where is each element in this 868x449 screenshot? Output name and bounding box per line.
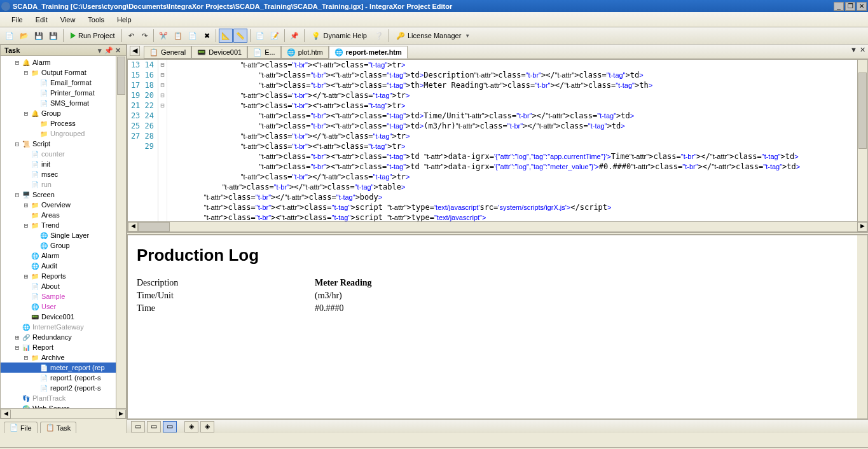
expander-icon[interactable]: ⊟ bbox=[13, 191, 21, 199]
run-project-button[interactable]: Run Project bbox=[66, 29, 119, 43]
scroll-left-button[interactable]: ◀ bbox=[128, 222, 138, 231]
tree-item-user[interactable]: 🌐User bbox=[1, 301, 126, 312]
tool-button-3[interactable]: 📄 bbox=[253, 29, 267, 43]
tree-item-email-format[interactable]: 📄Email_format bbox=[1, 78, 126, 88]
project-tree[interactable]: ⊟🔔Alarm⊟📁Output Format📄Email_format📄Prin… bbox=[0, 56, 127, 409]
code-area[interactable]: 13 14 15 16 17 18 19 20 21 22 23 24 25 2… bbox=[128, 60, 867, 221]
dynamic-help-button[interactable]: 💡 Dynamic Help bbox=[307, 29, 371, 43]
license-manager-button[interactable]: 🔑 License Manager ▼ bbox=[392, 29, 474, 43]
panel-pin-button[interactable]: 📌 bbox=[104, 46, 113, 55]
tree-horizontal-scrollbar[interactable]: ◀ ▶ bbox=[0, 409, 127, 419]
view-mode-5[interactable]: ◈ bbox=[200, 421, 214, 432]
tree-item-redundancy[interactable]: ⊞🔗Redundancy bbox=[1, 332, 126, 342]
fold-column[interactable]: ⊟ ⊟ ⊟ ⊟ ⊟ bbox=[158, 60, 167, 221]
delete-button[interactable]: ✖ bbox=[200, 29, 213, 43]
tree-item-script[interactable]: ⊟📜Script bbox=[1, 139, 126, 149]
expander-icon[interactable]: ⊟ bbox=[22, 109, 30, 118]
tree-item-run[interactable]: 📄run bbox=[1, 179, 126, 190]
tree-item-reports[interactable]: ⊞📁Reports bbox=[1, 271, 126, 281]
menu-tools[interactable]: Tools bbox=[81, 15, 111, 25]
tree-item-archive[interactable]: ⊟📁Archive bbox=[1, 352, 126, 363]
tree-item-single-layer[interactable]: 🌐Single Layer bbox=[1, 230, 126, 240]
tool-button-4[interactable]: 📝 bbox=[268, 29, 282, 43]
expander-icon[interactable]: ⊟ bbox=[22, 221, 30, 230]
doc-tab-device001[interactable]: 📟Device001 bbox=[191, 46, 247, 59]
scroll-right-button[interactable]: ▶ bbox=[116, 410, 126, 418]
close-button[interactable]: ✕ bbox=[857, 2, 867, 11]
expander-icon[interactable]: ⊟ bbox=[22, 354, 30, 362]
tree-item-process[interactable]: 📁Process bbox=[1, 118, 126, 128]
menu-help[interactable]: Help bbox=[111, 15, 138, 25]
tree-item-meter-report-rep[interactable]: 📄meter_report (rep bbox=[1, 363, 126, 373]
tool-button-5[interactable]: 📌 bbox=[287, 29, 301, 43]
tree-item-internetgateway[interactable]: 🌐InternetGateway bbox=[1, 322, 126, 332]
view-mode-2[interactable]: ▭ bbox=[147, 421, 161, 432]
expander-icon[interactable]: ⊟ bbox=[22, 69, 30, 77]
tree-item-printer-format[interactable]: 📄Printer_format bbox=[1, 88, 126, 98]
doc-tab-plot-htm[interactable]: 🌐plot.htm bbox=[281, 46, 329, 59]
tree-item-web-server[interactable]: 🌍Web Server bbox=[1, 403, 126, 409]
editor-vertical-scrollbar[interactable] bbox=[857, 60, 867, 221]
tree-item-report[interactable]: ⊟📊Report bbox=[1, 342, 126, 352]
preview-pane[interactable]: Production Log Description Meter Reading… bbox=[127, 235, 868, 419]
tabs-scroll-left[interactable]: ◀ bbox=[130, 46, 140, 56]
task-tab[interactable]: 📋 Task bbox=[40, 422, 77, 433]
view-mode-1[interactable]: ▭ bbox=[131, 421, 145, 432]
tree-item-sms-format[interactable]: 📄SMS_format bbox=[1, 98, 126, 108]
tree-item-about[interactable]: 📄About bbox=[1, 281, 126, 291]
tab-close-button[interactable]: ✕ bbox=[860, 46, 865, 54]
paste-button[interactable]: 📄 bbox=[186, 29, 200, 43]
editor-horizontal-scrollbar[interactable]: ◀ ▶ bbox=[128, 221, 867, 231]
panel-dropdown-button[interactable]: ▾ bbox=[95, 46, 104, 55]
tree-item-ungrouped[interactable]: 📁Ungrouped bbox=[1, 128, 126, 139]
expander-icon[interactable]: ⊞ bbox=[22, 272, 30, 280]
tree-item-alarm[interactable]: 🌐Alarm bbox=[1, 251, 126, 261]
tool-button-2[interactable]: 📏 bbox=[233, 29, 247, 43]
preview-scrollbar[interactable] bbox=[857, 235, 867, 418]
menu-file[interactable]: File bbox=[5, 15, 29, 25]
scroll-left-button[interactable]: ◀ bbox=[1, 410, 11, 418]
minimize-button[interactable]: _ bbox=[834, 2, 844, 11]
menu-edit[interactable]: Edit bbox=[29, 15, 54, 25]
undo-button[interactable]: ↶ bbox=[125, 29, 137, 43]
save-all-button[interactable]: 💾 bbox=[46, 29, 60, 43]
doc-tab-e-[interactable]: 📄E... bbox=[247, 46, 281, 59]
expander-icon[interactable]: ⊟ bbox=[13, 59, 21, 67]
tree-item-sample[interactable]: 📄Sample bbox=[1, 291, 126, 301]
view-mode-4[interactable]: ◈ bbox=[184, 421, 198, 432]
file-tab[interactable]: 📄 File bbox=[4, 422, 38, 433]
tab-list-button[interactable]: ▼ bbox=[850, 46, 857, 54]
menu-view[interactable]: View bbox=[54, 15, 82, 25]
open-button[interactable]: 📂 bbox=[17, 29, 31, 43]
tree-item-planttrack[interactable]: 👣PlantTrack bbox=[1, 393, 126, 403]
tree-item-screen[interactable]: ⊟🖥️Screen bbox=[1, 190, 126, 200]
tree-vertical-scrollbar[interactable] bbox=[116, 56, 126, 408]
maximize-button[interactable]: ❐ bbox=[845, 2, 855, 11]
tree-item-init[interactable]: 📄init bbox=[1, 159, 126, 169]
expander-icon[interactable]: ⊞ bbox=[13, 333, 21, 342]
expander-icon[interactable]: ⊟ bbox=[13, 343, 21, 352]
tree-item-device001[interactable]: 📟Device001 bbox=[1, 312, 126, 322]
panel-close-button[interactable]: ✕ bbox=[113, 46, 122, 55]
tree-item-report2-report-s[interactable]: 📄report2 (report-s bbox=[1, 383, 126, 393]
expander-icon[interactable]: ⊟ bbox=[13, 140, 21, 148]
tree-item-overview[interactable]: ⊞📁Overview bbox=[1, 200, 126, 210]
redo-button[interactable]: ↷ bbox=[138, 29, 151, 43]
doc-tab-general[interactable]: 📋General bbox=[144, 46, 191, 59]
view-mode-3-split[interactable]: ▭ bbox=[163, 421, 177, 432]
tool-button-1[interactable]: 📐 bbox=[219, 29, 233, 43]
cut-button[interactable]: ✂️ bbox=[156, 29, 170, 43]
tree-item-areas[interactable]: 📁Areas bbox=[1, 210, 126, 220]
tree-item-counter[interactable]: 📄counter bbox=[1, 149, 126, 159]
tree-item-report1-report-s[interactable]: 📄report1 (report-s bbox=[1, 373, 126, 383]
tree-item-group[interactable]: ⊟🔔Group bbox=[1, 108, 126, 118]
expander-icon[interactable]: ⊞ bbox=[22, 201, 30, 209]
code-content[interactable]: "t-attr">class="t-br"><"t-attr">class="t… bbox=[167, 60, 857, 221]
tree-item-trend[interactable]: ⊟📁Trend bbox=[1, 220, 126, 230]
scroll-right-button[interactable]: ▶ bbox=[857, 222, 867, 231]
save-button[interactable]: 💾 bbox=[32, 29, 46, 43]
help-button[interactable]: ❔ bbox=[372, 29, 386, 43]
tree-item-output-format[interactable]: ⊟📁Output Format bbox=[1, 67, 126, 78]
tree-item-alarm[interactable]: ⊟🔔Alarm bbox=[1, 57, 126, 67]
tree-item-audit[interactable]: 🌐Audit bbox=[1, 261, 126, 271]
